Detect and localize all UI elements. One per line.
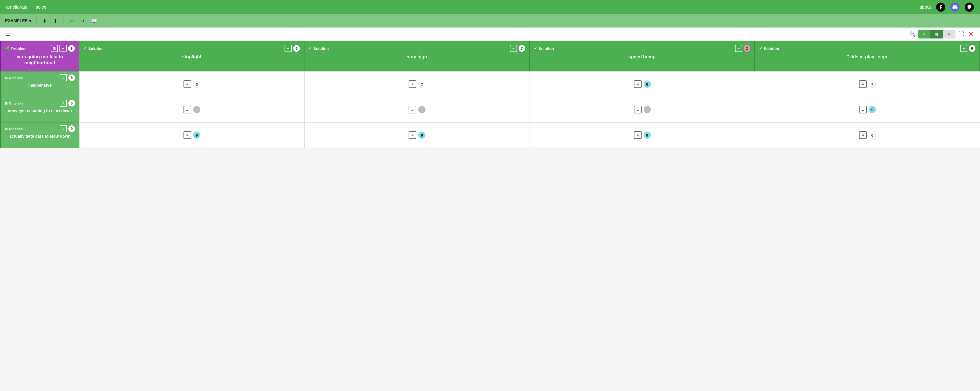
criterion-0-icons: ≡ 8 bbox=[60, 74, 75, 81]
criterion-1-icons: ≡ 6 bbox=[60, 100, 75, 107]
score-widget-1-1[interactable]: ≡ - bbox=[409, 106, 425, 114]
filter-icon: ⇅ bbox=[948, 32, 951, 36]
view-toggle-group: ✓ ▦ ⇅ bbox=[918, 30, 956, 38]
problem-icons: ⊞ ≡ 9 bbox=[51, 45, 75, 52]
score-widget-0-0[interactable]: ≡ 3 bbox=[183, 80, 200, 88]
score-widget-2-3[interactable]: ≡ 6 bbox=[859, 131, 876, 139]
score-widget-1-3[interactable]: ≡ 9 bbox=[859, 106, 876, 114]
score-badge-0-3: 7 bbox=[869, 81, 876, 88]
solution-3-type: ✓ Solution bbox=[759, 46, 779, 51]
problem-header-row: 🧩 Problem ⊞ ≡ 9 bbox=[5, 45, 75, 52]
criterion-1-list-btn[interactable]: ≡ bbox=[60, 100, 67, 107]
score-badge-0-2: 8 bbox=[644, 81, 651, 88]
undo-icon[interactable]: ↩ bbox=[69, 17, 75, 25]
score-list-icon-0-1: ≡ bbox=[409, 80, 416, 88]
criterion-1-header: ⊞ Criterion ≡ 6 bbox=[5, 100, 75, 107]
hamburger-menu[interactable]: ☰ bbox=[5, 31, 10, 38]
score-badge-2-1: 9 bbox=[418, 131, 425, 139]
problem-type-label: 🧩 Problem bbox=[5, 46, 27, 51]
criterion-2-badge: 9 bbox=[68, 125, 75, 132]
book-icon[interactable]: 📖 bbox=[90, 17, 98, 25]
solution-3-list-icon[interactable]: ≡ bbox=[960, 45, 967, 52]
problem-grid-icon[interactable]: ⊞ bbox=[51, 45, 58, 52]
score-widget-0-2[interactable]: ≡ 8 bbox=[634, 80, 651, 88]
examples-button[interactable]: EXAMPLES ▾ bbox=[5, 19, 31, 24]
solution-2-list-icon[interactable]: ≡ bbox=[735, 45, 742, 52]
solution-header-2: ✓ Solution ≡ 2 speed bump bbox=[530, 41, 755, 71]
download-icon[interactable]: ⬇ bbox=[41, 17, 48, 25]
github-icon[interactable] bbox=[965, 3, 974, 12]
score-2-2[interactable]: ≡ 9 bbox=[530, 122, 755, 148]
score-badge-1-3: 9 bbox=[869, 106, 876, 113]
score-2-3[interactable]: ≡ 6 bbox=[755, 122, 980, 148]
solution-0-header-row: ✓ Solution ≡ 6 bbox=[83, 45, 300, 52]
toolbar-separator-2 bbox=[64, 17, 64, 25]
criterion-2-grid-icon: ⊞ bbox=[5, 127, 8, 131]
problem-list-icon[interactable]: ≡ bbox=[59, 45, 67, 52]
filter-view-button[interactable]: ⇅ bbox=[943, 30, 956, 38]
solution-0-list-icon[interactable]: ≡ bbox=[285, 45, 292, 52]
nav-ameliorate[interactable]: ameliorate bbox=[6, 5, 27, 10]
toolbar-separator bbox=[36, 17, 37, 25]
score-1-1[interactable]: ≡ - bbox=[304, 97, 530, 122]
score-1-3[interactable]: ≡ 9 bbox=[755, 97, 980, 122]
score-0-0[interactable]: ≡ 3 bbox=[80, 71, 304, 97]
check-icon-0: ✓ bbox=[83, 46, 87, 51]
main-grid: 🧩 Problem ⊞ ≡ 9 cars going too fast in n… bbox=[0, 41, 980, 148]
score-badge-2-0: 9 bbox=[193, 131, 200, 139]
score-badge-1-2: - bbox=[644, 106, 651, 113]
solution-3-header-row: ✓ Solution ≡ 6 bbox=[759, 45, 975, 52]
solution-2-title: speed bump bbox=[534, 54, 750, 60]
criterion-0-text: inexpensive bbox=[5, 83, 75, 88]
criterion-0-list-btn[interactable]: ≡ bbox=[60, 74, 67, 81]
score-widget-0-1[interactable]: ≡ 7 bbox=[409, 80, 425, 88]
nav-about[interactable]: about bbox=[920, 5, 931, 10]
score-0-3[interactable]: ≡ 7 bbox=[755, 71, 980, 97]
score-list-icon-1-0: ≡ bbox=[183, 106, 191, 114]
solution-header-3: ✓ Solution ≡ 6 "kids at play" sign bbox=[755, 41, 980, 71]
nav-solve[interactable]: solve bbox=[36, 5, 46, 10]
score-badge-0-1: 7 bbox=[418, 81, 425, 88]
redo-icon[interactable]: ↪ bbox=[80, 17, 86, 25]
score-widget-1-2[interactable]: ≡ - bbox=[634, 106, 651, 114]
score-widget-1-0[interactable]: ≡ - bbox=[183, 106, 200, 114]
upload-icon[interactable]: ⬆ bbox=[52, 17, 59, 25]
solution-2-type: ✓ Solution bbox=[534, 46, 554, 51]
score-0-1[interactable]: ≡ 7 bbox=[304, 71, 530, 97]
problem-title: cars going too fast in neighborhood bbox=[5, 54, 75, 66]
score-badge-2-2: 9 bbox=[644, 131, 651, 139]
criterion-0-badge: 8 bbox=[68, 74, 75, 81]
expand-icon[interactable]: ⛶ bbox=[958, 30, 965, 38]
criterion-1-text: conveys reasoning to slow down bbox=[5, 108, 75, 114]
close-icon[interactable]: ✕ bbox=[967, 29, 975, 39]
score-2-0[interactable]: ≡ 9 bbox=[80, 122, 304, 148]
score-list-icon-1-2: ≡ bbox=[634, 106, 641, 114]
grid-view-button[interactable]: ▦ bbox=[930, 30, 943, 38]
search-icon[interactable]: 🔍 bbox=[909, 31, 916, 37]
score-list-icon-1-1: ≡ bbox=[409, 106, 416, 114]
check-view-button[interactable]: ✓ bbox=[918, 30, 930, 38]
score-widget-0-3[interactable]: ≡ 7 bbox=[859, 80, 876, 88]
solution-1-list-icon[interactable]: ≡ bbox=[510, 45, 517, 52]
solution-0-type: ✓ Solution bbox=[83, 46, 103, 51]
score-0-2[interactable]: ≡ 8 bbox=[530, 71, 755, 97]
score-1-0[interactable]: ≡ - bbox=[80, 97, 304, 122]
criterion-0-label: ⊞ Criterion bbox=[5, 76, 23, 80]
solution-2-icons: ≡ 2 bbox=[735, 45, 750, 52]
criterion-2-list-btn[interactable]: ≡ bbox=[60, 125, 67, 132]
score-widget-2-2[interactable]: ≡ 9 bbox=[634, 131, 651, 139]
solution-3-badge: 6 bbox=[969, 45, 975, 52]
discord-icon[interactable] bbox=[950, 3, 959, 12]
solution-3-title: "kids at play" sign bbox=[759, 54, 975, 60]
solution-0-title: stoplight bbox=[83, 54, 300, 60]
score-list-icon-1-3: ≡ bbox=[859, 106, 867, 114]
solution-0-icons: ≡ 6 bbox=[285, 45, 300, 52]
solution-0-badge: 6 bbox=[293, 45, 300, 52]
facebook-icon[interactable] bbox=[936, 3, 945, 12]
check-icon-3: ✓ bbox=[759, 46, 762, 51]
score-widget-2-1[interactable]: ≡ 9 bbox=[409, 131, 425, 139]
score-1-2[interactable]: ≡ - bbox=[530, 97, 755, 122]
criterion-1-label: ⊞ Criterion bbox=[5, 101, 23, 105]
score-widget-2-0[interactable]: ≡ 9 bbox=[183, 131, 200, 139]
score-2-1[interactable]: ≡ 9 bbox=[304, 122, 530, 148]
